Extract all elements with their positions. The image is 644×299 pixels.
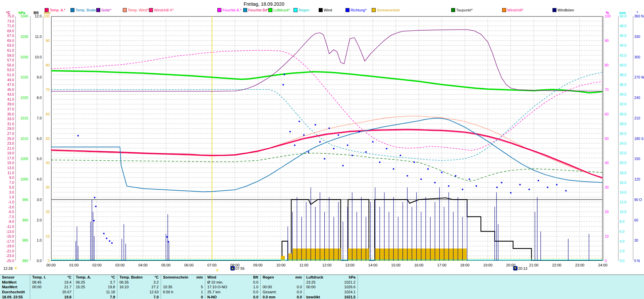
cell-value: 11.18 (106, 290, 115, 294)
legend-item-luftdruck-: Luftdruck* (268, 8, 290, 12)
table-cell: 00:000.0 (261, 285, 304, 290)
axis-tick-min: 30 (42, 186, 50, 189)
axis-tick-mm: 36.0 (620, 83, 630, 86)
axis-tick-celsius: -3.0 (3, 205, 14, 209)
legend-item-richtung-: Richtung* (345, 8, 367, 12)
axis-tick-celsius: 39.0 (3, 102, 14, 106)
table-cell: 25.7 km0.0 (205, 290, 261, 295)
axis-tick-deg: 240 (634, 96, 644, 99)
table-cell: 1024.1 (304, 290, 358, 295)
axis-tick-celsius: 69.0 (3, 29, 14, 33)
axis-tick-pct: 100 (605, 14, 613, 18)
legend-swatch-icon (293, 8, 298, 12)
legend-item-taupunkt-: Taupunkt* (451, 8, 473, 12)
cell-label: N-NO (207, 295, 217, 299)
axis-tick-celsius: 73.0 (3, 19, 14, 23)
axis-tick-min: 60 (42, 112, 50, 116)
table-cell: Sonnenscheinmin (161, 275, 205, 280)
cell-value: 0.0 (297, 285, 302, 289)
axis-tick-mm: 20.0 (620, 161, 630, 164)
axis-tick-pct: 90 (605, 39, 613, 42)
table-cell: 18.09. 23:55 (0, 294, 30, 299)
cell-value: 12.63 (149, 290, 159, 294)
table-cell: 10:355 (161, 285, 205, 290)
legend-label: Solar* (101, 8, 111, 12)
table-cell: 00:001026.6 (304, 285, 358, 290)
legend-swatch-icon (319, 8, 323, 12)
cell-label: 00:00 (306, 285, 316, 289)
cell-label: 25.7 km (207, 290, 220, 294)
axis-tick-celsius: -19.0 (3, 244, 14, 248)
axis-tick-celsius: 1.0 (3, 195, 14, 199)
axis-tick-deg: 90 O (634, 198, 644, 201)
axis-tick-celsius: 9.0 (3, 176, 14, 179)
cell-label: 08:45 (32, 280, 42, 284)
legend-swatch-icon (149, 8, 153, 12)
axis-tick-celsius: 61.0 (3, 49, 14, 52)
legend-label: Windchill* (507, 8, 523, 12)
sunset-time: 20:13 (518, 266, 528, 270)
axis-tick-celsius: -25.0 (3, 259, 14, 262)
table-cell: 0.0 mm0.0 (261, 294, 304, 299)
axis-tick-celsius: -7.0 (3, 215, 14, 218)
table-cell: Temp. Boden°C (117, 275, 161, 280)
series-richtung (77, 74, 567, 244)
axis-tick-hpa: 995 (17, 198, 28, 201)
axis-tick-celsius: 45.0 (3, 88, 14, 91)
table-cell: 6:50 h1 (161, 290, 205, 295)
table-cell: 11.18 (74, 290, 117, 295)
time-tick: 12:00 (322, 263, 332, 267)
axis-tick-min: 0 (42, 259, 50, 262)
legend-swatch-icon (372, 8, 376, 12)
stats-table: SensorTemp. I.°CTemp. A.°CTemp. Boden°CS… (0, 275, 644, 299)
axis-tick-bft: 7.0 (31, 116, 42, 120)
legend-swatch-icon (96, 8, 100, 12)
axis-tick-celsius: 19.0 (3, 151, 14, 155)
axis-tick-celsius: 57.0 (3, 58, 14, 62)
table-cell: 23:251021.2 (304, 280, 358, 285)
axis-tick-celsius: 51.0 (3, 73, 14, 77)
grid-lines (51, 16, 603, 261)
cell-value: 7.9 (110, 295, 115, 299)
cell-value: 21.7 (64, 285, 71, 289)
axis-tick-pct: 50 (605, 137, 613, 140)
axis-tick-bft: 4.0 (31, 178, 42, 181)
axis-tick-hpa: 980 (17, 259, 28, 262)
axis-tick-mm: 30.0 (620, 112, 630, 116)
table-cell: Ø 10 min.0.0 (205, 280, 261, 285)
cell-label: Regen (263, 275, 274, 279)
axis-tick-hpa: 1010 (17, 137, 28, 140)
table-header-row: SensorTemp. I.°CTemp. A.°CTemp. Boden°CS… (0, 275, 644, 280)
axis-tick-mm: 4.0 (620, 240, 630, 243)
axis-line-pct (603, 16, 604, 261)
axis-tick-mm: 24.0 (620, 142, 630, 145)
table-cell: WindBft (205, 275, 261, 280)
cell-value: 1026.6 (344, 285, 356, 289)
axis-tick-bft: 11.0 (31, 35, 42, 38)
axis-tick-deg: 150 (634, 157, 644, 160)
axis-tick-celsius: -13.0 (3, 230, 14, 233)
axis-line-hpa (30, 16, 31, 261)
axis-tick-celsius: 35.0 (3, 112, 14, 116)
axis-tick-hpa: 1000 (17, 178, 28, 181)
table-cell: 00:0021.7 (30, 285, 74, 290)
axis-tick-celsius: 59.0 (3, 54, 14, 57)
table-cell: 15:2519.8 (74, 285, 117, 290)
cell-label: 0.0 mm (263, 295, 275, 299)
table-cell: Regenmm (261, 275, 304, 280)
axis-tick-mm: 32.0 (620, 102, 630, 106)
axis-tick-hpa: 1005 (17, 157, 28, 160)
axis-tick-mm: 44.0 (620, 44, 630, 47)
cell-value: 3.2 (154, 280, 159, 284)
axis-tick-min: 80 (42, 63, 50, 67)
cell-label: Durchschnitt (2, 290, 25, 294)
table-cell: Durchschnitt (0, 290, 30, 295)
table-row: 18.09. 23:5519.87.97.00N-NO0.00.0 mm0.0b… (0, 294, 644, 299)
cell-label: 00:00 (32, 285, 42, 289)
cell-label: Luftdruck (306, 275, 323, 279)
time-tick: 14:00 (368, 263, 378, 267)
legend-label: Windchill X* (154, 8, 174, 12)
axis-tick-mm: 12.0 (620, 200, 630, 204)
table-cell: 16:1027.2 (117, 285, 161, 290)
axis-tick-deg: 270 W (634, 76, 644, 79)
